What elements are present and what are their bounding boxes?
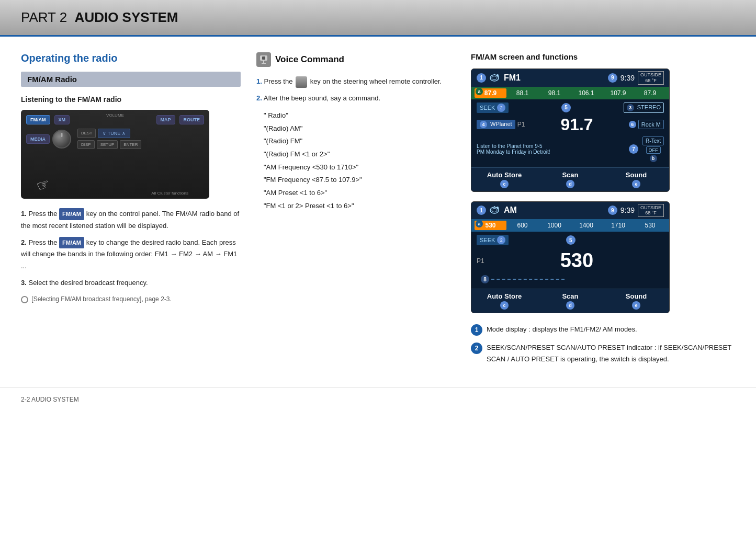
circle-7-fm1: 7 [629,144,638,154]
preset-4-am[interactable]: 1710 [602,221,634,230]
main-content: Operating the radio FM/AM Radio Listenin… [0,37,756,387]
stereo-badge: 3 STEREO [624,102,664,113]
svg-point-8 [498,75,499,77]
am-screen: 1 AM 9 9:39 OUTSIDE68 °F [471,201,670,314]
desc-text-2: SEEK/SCAN/PRESET SCAN/AUTO PRESET indica… [487,342,735,365]
fm1-row2: 4 WPlanet P1 91.7 6 Rock M [477,115,664,134]
preset-4-fm1[interactable]: 107.9 [602,88,634,98]
circle-8-am: 8 [481,275,489,283]
circle-4-fm1: 4 [480,121,487,128]
scan-label-fm1: Scan [562,171,578,179]
sound-btn-am[interactable]: Sound e [603,289,669,313]
fm1-row3: Listen to the Planet from 9-5PM Monday t… [477,136,664,162]
sound-btn-fm1[interactable]: Sound e [603,168,669,191]
am-preset-row: a 530 600 1000 1400 1710 530 [471,219,669,232]
svg-point-5 [492,76,497,79]
voice-command-header: Voice Command [256,52,455,67]
desc-num-2: 2 [471,343,482,354]
desc-2: 2 SEEK/SCAN/PRESET SCAN/AUTO PRESET indi… [471,342,735,365]
r-text-badge: R-Text [642,136,664,145]
cmd-fm-preset: "FM <1 or 2> Preset <1 to 6>" [264,200,455,213]
circle-d-am: d [566,301,574,310]
step-2: 2. After the beep sound, say a command. [256,92,455,104]
auto-store-btn-fm1[interactable]: Auto Store c [471,168,537,191]
preset-a-am[interactable]: a 530 [475,221,506,230]
instruction-1: 1. Press the FM/AM key on the control pa… [21,208,241,232]
cmd-am-freq: "AM Frequency <530 to 1710>" [264,161,455,174]
voice-icon [256,52,271,67]
preset-1-am[interactable]: 600 [506,221,538,230]
preset-1-fm1[interactable]: 88.1 [506,88,538,98]
svg-rect-1 [262,56,265,60]
step-1-rest: key on the steering wheel remote control… [310,77,442,85]
fm1-screen: 1 FM1 9 9:39 OUTSIDE68 °F [471,69,670,192]
descriptions: 1 Mode display : displays the FM1/FM2/ A… [471,324,735,365]
listening-title: Listening to the FM/AM radio [21,95,241,104]
svg-point-10 [492,209,497,212]
outside-box-am: OUTSIDE68 °F [638,204,664,218]
desc-text-1: Mode display : displays the FM1/FM2/ AM … [487,324,735,335]
step-1: 1. Press the key on the steering wheel r… [256,75,455,88]
preset-5-am[interactable]: 530 [634,221,666,230]
circle-d-fm1: d [566,180,574,188]
fm1-main: SEEK 2 5 3 STEREO 4 WPlanet [471,99,669,167]
left-column: Operating the radio FM/AM Radio Listenin… [21,52,241,371]
page-footer: 2-2 AUDIO SYSTEM [0,387,756,412]
xm-btn: XM [54,115,70,124]
scan-btn-fm1[interactable]: Scan d [537,168,603,191]
preset-3-am[interactable]: 1400 [570,221,602,230]
voice-steps: 1. Press the key on the steering wheel r… [256,75,455,104]
preset-3-fm1[interactable]: 106.1 [570,88,602,98]
am-row3: 8 [477,273,664,286]
step-1-num: 1. [256,77,262,85]
scan-label-am: Scan [562,292,578,300]
am-top-bar: 1 AM 9 9:39 OUTSIDE68 °F [471,202,669,220]
cmd-am-preset: "AM Preset <1 to 6>" [264,187,455,200]
screen-title: FM/AM screen and functions [471,52,735,61]
auto-store-btn-am[interactable]: Auto Store c [471,289,537,313]
seek-num-am: 2 [497,236,505,244]
middle-column: Voice Command 1. Press the key on the st… [256,52,455,371]
fm1-bottom-bar: Auto Store c Scan d Sound e [471,167,669,191]
footer-text: 2-2 AUDIO SYSTEM [21,396,79,403]
fm1-freq: 91.7 [525,115,628,134]
sound-label-fm1: Sound [626,171,647,179]
circle-1-fm: 1 [477,73,486,83]
enter-btn: ENTER [120,140,141,149]
circle-5-fm1: 5 [561,103,571,112]
seek-num-fm1: 2 [497,104,505,112]
circle-5-am: 5 [566,235,576,245]
am-freq: 530 [490,249,664,272]
fm1-preset-row: a 87.9 88.1 98.1 106.1 107.9 87.9 [471,87,669,99]
ref-link: [Selecting FM/AM broadcast frequency], p… [21,294,241,304]
title-label: AUDIO SYSTEM [75,9,178,25]
media-btn: MEDIA [26,134,50,144]
p1-label-fm1: P1 [517,121,525,128]
desc-1: 1 Mode display : displays the FM1/FM2/ A… [471,324,735,336]
cmd-fm: "(Radio) FM" [264,135,455,148]
fm1-time: 9 9:39 OUTSIDE68 °F [608,71,664,85]
scan-btn-am[interactable]: Scan d [537,289,603,313]
preset-a-fm1[interactable]: a 87.9 [475,88,506,98]
cluster-text: All Cluster functions [151,191,188,196]
preset-5-fm1[interactable]: 87.9 [634,88,666,98]
circle-6-fm1: 6 [629,121,636,128]
power-knob [52,130,71,149]
circle-c-am: c [500,301,509,310]
fm1-time-val: 9:39 [620,74,635,82]
instruction-2: 2. Press the FM/AM key to change the des… [21,237,241,272]
hand-icon: ☞ [34,175,52,196]
auto-store-label-am: Auto Store [487,292,522,300]
fmam-badge-2: FM/AM [59,237,84,249]
am-row1: SEEK 2 5 [477,235,664,245]
radio-mid-row: MEDIA DEST ∨ TUNE ∧ DISP SETUP ENTER [26,129,204,149]
cmd-fm-freq: "FM Frequency <87.5 to 107.9>" [264,174,455,187]
section-title: Operating the radio [21,52,241,64]
voice-command-title: Voice Command [275,54,344,65]
svg-point-13 [498,208,499,210]
preset-2-am[interactable]: 1000 [538,221,570,230]
preset-2-fm1[interactable]: 98.1 [538,88,570,98]
desc-num-1: 1 [471,324,482,336]
header-title: PART 2 AUDIO SYSTEM [21,9,178,25]
right-column: FM/AM screen and functions 1 FM1 [471,52,735,371]
